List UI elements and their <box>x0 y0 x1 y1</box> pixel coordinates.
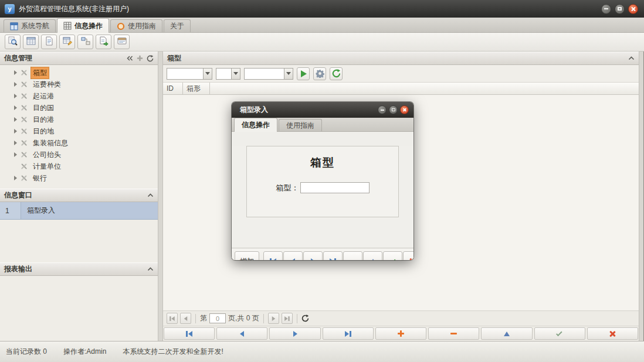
group-title: 箱型 <box>247 155 398 170</box>
action-last-button[interactable] <box>323 327 374 340</box>
list-item[interactable]: 1 箱型录入 <box>0 202 158 220</box>
expand-arrow-icon[interactable] <box>14 141 17 145</box>
pager-last-button[interactable] <box>282 313 293 324</box>
action-remove-button[interactable] <box>428 327 479 340</box>
expand-arrow-icon[interactable] <box>14 105 17 110</box>
maximize-button[interactable] <box>615 4 625 14</box>
add-category-button[interactable] <box>137 55 143 62</box>
dialog-maximize-button[interactable] <box>389 105 398 114</box>
tree-item-container-info[interactable]: 集装箱信息 <box>0 137 158 149</box>
action-prev-button[interactable] <box>216 327 267 340</box>
action-add-button[interactable] <box>375 327 426 340</box>
report-button[interactable] <box>114 35 130 49</box>
separator <box>195 314 196 323</box>
chevron-up-icon <box>628 56 635 60</box>
page-total-label: 页,共 0 页 <box>228 313 259 323</box>
tree-item-destination[interactable]: 目的地 <box>0 125 158 137</box>
box-type-input[interactable] <box>300 182 370 193</box>
collapse-panel-button[interactable] <box>628 56 635 60</box>
app-window: y 外贸流程管理信息系统(非注册用户) 系统导航 信息操作 使用指南 关于 <box>0 0 644 362</box>
dialog-tab-guide[interactable]: 使用指南 <box>279 119 322 131</box>
check-icon <box>556 330 562 336</box>
search-icon <box>8 36 18 47</box>
expand-arrow-icon[interactable] <box>14 82 17 87</box>
main-panel-header: 箱型 <box>163 52 639 65</box>
box-type-field-label: 箱型： <box>276 183 299 193</box>
filter-combo-3-field[interactable] <box>244 68 284 80</box>
refresh-grid-button[interactable] <box>330 67 343 80</box>
dialog-tab-info-ops[interactable]: 信息操作 <box>234 118 277 132</box>
expand-arrow-icon[interactable] <box>14 70 17 75</box>
run-query-button[interactable] <box>297 67 310 80</box>
dialog-window-controls <box>378 105 409 114</box>
pager-first-button[interactable] <box>167 313 178 324</box>
dialog-add-button[interactable]: 增加 <box>235 251 259 260</box>
tab-label: 信息操作 <box>242 120 270 130</box>
filter-toolbar <box>163 65 639 83</box>
dialog-titlebar[interactable]: 箱型录入 <box>232 102 413 118</box>
filter-combo-3-dropdown[interactable] <box>284 68 293 80</box>
page-number-input[interactable] <box>209 313 226 323</box>
search-button[interactable] <box>5 35 21 49</box>
table-button[interactable] <box>23 35 39 49</box>
tree-item-bank[interactable]: 银行 <box>0 172 158 184</box>
dialog-remove-button[interactable] <box>343 251 362 260</box>
dialog-first-button[interactable] <box>263 251 283 260</box>
dialog-body: 箱型 箱型： 增加 <box>232 146 413 260</box>
action-cancel-button[interactable] <box>587 327 638 340</box>
filter-combo-2-field[interactable] <box>216 68 231 80</box>
edit-grid-button[interactable] <box>59 35 75 49</box>
column-header-id[interactable]: ID <box>163 83 183 94</box>
action-confirm-button[interactable] <box>534 327 585 340</box>
expand-arrow-icon[interactable] <box>14 129 17 134</box>
expand-arrow-icon[interactable] <box>14 152 17 157</box>
refresh-tree-button[interactable] <box>147 55 154 62</box>
tree-item-freight-type[interactable]: 运费种类 <box>0 78 158 90</box>
action-moveup-button[interactable] <box>481 327 532 340</box>
column-header-box-shape[interactable]: 箱形 <box>183 83 210 94</box>
expand-arrow-icon[interactable] <box>14 117 17 122</box>
tree-item-departure-port[interactable]: 起运港 <box>0 90 158 102</box>
tab-system-nav[interactable]: 系统导航 <box>4 19 56 32</box>
tab-about[interactable]: 关于 <box>164 19 191 32</box>
dialog-last-button[interactable] <box>323 251 343 260</box>
collapse-panel-button[interactable] <box>147 267 154 271</box>
splitter[interactable] <box>158 52 162 341</box>
minimize-button[interactable] <box>601 4 611 14</box>
filter-combo-2-dropdown[interactable] <box>231 68 240 80</box>
collapse-panel-button[interactable] <box>147 193 154 197</box>
tree-item-destination-port[interactable]: 目的港 <box>0 114 158 125</box>
tree-item-company-header[interactable]: 公司抬头 <box>0 149 158 160</box>
dialog-confirm-button[interactable] <box>383 251 402 260</box>
action-first-button[interactable] <box>164 327 215 340</box>
pager-next-button[interactable] <box>268 313 279 324</box>
dialog-cancel-button[interactable] <box>403 251 413 260</box>
pager-prev-button[interactable] <box>180 313 191 324</box>
filter-combo-1-dropdown[interactable] <box>203 68 212 80</box>
tree-item-measure-unit[interactable]: 计量单位 <box>0 160 158 172</box>
dialog-prev-button[interactable] <box>283 251 303 260</box>
tab-info-ops[interactable]: 信息操作 <box>57 18 109 33</box>
filter-combo-1-field[interactable] <box>167 68 203 80</box>
link-button[interactable] <box>77 35 93 49</box>
tree-item-label: 银行 <box>30 172 49 185</box>
dialog-minimize-button[interactable] <box>378 105 387 114</box>
tab-guide[interactable]: 使用指南 <box>110 19 162 32</box>
settings-button[interactable] <box>313 67 326 80</box>
expand-arrow-icon[interactable] <box>14 176 17 180</box>
tree-item-box-type[interactable]: 箱型 <box>0 67 158 78</box>
collapse-sidebar-button[interactable] <box>127 56 133 61</box>
action-next-button[interactable] <box>269 327 320 340</box>
tree-item-destination-country[interactable]: 目的国 <box>0 102 158 114</box>
triangle-up-icon <box>504 332 510 336</box>
document-button[interactable] <box>41 35 57 49</box>
dialog-moveup-button[interactable] <box>363 251 382 260</box>
close-button[interactable] <box>628 4 638 14</box>
dialog-close-button[interactable] <box>400 105 409 114</box>
dialog-next-button[interactable] <box>303 251 323 260</box>
expand-arrow-icon[interactable] <box>14 94 17 98</box>
prev-record-icon <box>240 331 244 337</box>
tree-item-label: 起运港 <box>30 90 56 103</box>
pager-refresh-button[interactable] <box>301 315 309 322</box>
export-button[interactable] <box>96 35 111 49</box>
